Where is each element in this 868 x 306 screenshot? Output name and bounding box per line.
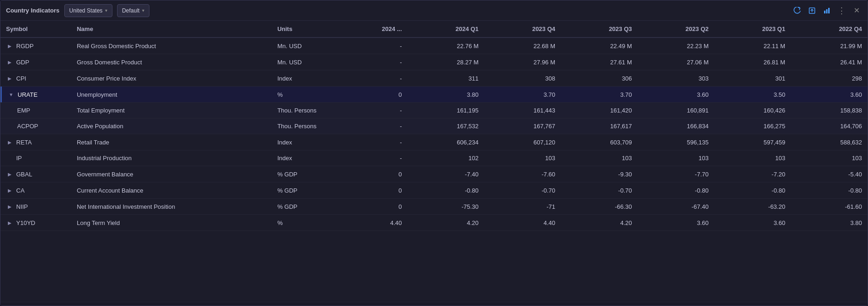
cell-2024-current: - bbox=[348, 37, 407, 54]
cell-data-3: -67.40 bbox=[638, 199, 714, 215]
cell-data-2: 22.49 M bbox=[561, 37, 638, 54]
cell-symbol: ▶Y10YD bbox=[0, 215, 71, 231]
symbol-text: URATE bbox=[18, 91, 37, 98]
cell-data-2: 4.20 bbox=[561, 215, 638, 231]
cell-name: Government Balance bbox=[71, 166, 272, 182]
export-icon[interactable] bbox=[806, 5, 818, 16]
col-header-name: Name bbox=[71, 21, 272, 37]
country-indicators-panel: Country Indicators United States ▾ Defau… bbox=[0, 0, 868, 306]
expand-btn[interactable]: ▶ bbox=[6, 138, 13, 146]
table-row[interactable]: ▶GBALGovernment Balance% GDP0-7.40-7.60-… bbox=[0, 166, 868, 182]
table-row[interactable]: EMPTotal EmploymentThou. Persons-161,195… bbox=[0, 103, 868, 119]
table-row[interactable]: IPIndustrial ProductionIndex-10210310310… bbox=[0, 150, 868, 166]
cell-symbol: ▶NIIP bbox=[0, 199, 71, 214]
expand-btn[interactable]: ▶ bbox=[6, 170, 13, 178]
cell-data-4: -7.20 bbox=[714, 166, 791, 182]
symbol-text: ACPOP bbox=[17, 123, 38, 130]
cell-units: Index bbox=[272, 150, 348, 166]
cell-data-4: 301 bbox=[714, 70, 791, 87]
cell-data-0: -0.80 bbox=[408, 182, 484, 199]
country-dropdown[interactable]: United States ▾ bbox=[64, 4, 112, 17]
cell-data-1: 607,120 bbox=[484, 134, 561, 150]
cell-data-4: 166,275 bbox=[714, 119, 791, 134]
symbol-text: RETA bbox=[16, 139, 32, 146]
table-row[interactable]: ▶CACurrent Account Balance% GDP0-0.80-0.… bbox=[0, 182, 868, 199]
cell-data-2: 103 bbox=[561, 150, 638, 166]
cell-data-2: -9.30 bbox=[561, 166, 638, 182]
cell-name: Long Term Yield bbox=[71, 215, 272, 231]
cell-data-0: 606,234 bbox=[408, 134, 484, 150]
cell-data-5: -5.40 bbox=[791, 166, 868, 182]
cell-data-0: 161,195 bbox=[408, 103, 484, 119]
table-row[interactable]: ▶RGDPReal Gross Domestic ProductMn. USD-… bbox=[0, 37, 868, 54]
cell-2024-current: - bbox=[348, 103, 407, 119]
cell-data-1: 103 bbox=[484, 150, 561, 166]
cell-data-4: 22.11 M bbox=[714, 37, 791, 54]
table-row[interactable]: ▶RETARetail TradeIndex-606,234607,120603… bbox=[0, 134, 868, 150]
cell-data-2: 306 bbox=[561, 70, 638, 87]
table-row[interactable]: ▼URATEUnemployment%03.803.703.703.603.50… bbox=[0, 87, 868, 103]
expand-btn[interactable]: ▶ bbox=[6, 203, 13, 210]
cell-2024-current: 0 bbox=[348, 199, 407, 215]
cell-data-5: 26.41 M bbox=[791, 54, 868, 70]
cell-units: Index bbox=[272, 70, 348, 87]
cell-data-3: 103 bbox=[638, 150, 714, 166]
panel-title: Country Indicators bbox=[6, 7, 60, 14]
expand-btn[interactable]: ▶ bbox=[6, 58, 13, 66]
cell-data-3: 27.06 M bbox=[638, 54, 714, 70]
more-options-icon[interactable]: ⋮ bbox=[836, 5, 847, 16]
default-chevron-icon: ▾ bbox=[142, 8, 144, 13]
table-row[interactable]: ▶NIIPNet International Investment Positi… bbox=[0, 199, 868, 215]
cell-symbol: ACPOP bbox=[0, 119, 71, 134]
collapse-btn[interactable]: ▼ bbox=[7, 91, 15, 98]
col-header-2022q4: 2022 Q4 bbox=[791, 21, 868, 37]
cell-name: Industrial Production bbox=[71, 150, 272, 166]
cell-data-1: -7.60 bbox=[484, 166, 561, 182]
data-table-wrapper[interactable]: Symbol Name Units 2024 ... 2024 Q1 bbox=[0, 21, 868, 302]
cell-data-4: 597,459 bbox=[714, 134, 791, 150]
expand-btn[interactable]: ▶ bbox=[6, 187, 13, 194]
cell-data-5: 298 bbox=[791, 70, 868, 87]
cell-data-4: -0.80 bbox=[714, 182, 791, 199]
expand-btn[interactable]: ▶ bbox=[6, 219, 13, 226]
cell-units: Mn. USD bbox=[272, 37, 348, 54]
cell-data-1: 167,767 bbox=[484, 119, 561, 134]
table-row[interactable]: ▶GDPGross Domestic ProductMn. USD-28.27 … bbox=[0, 54, 868, 70]
cell-2024-current: 0 bbox=[348, 87, 407, 103]
cell-name: Current Account Balance bbox=[71, 182, 272, 199]
cell-name: Retail Trade bbox=[71, 134, 272, 150]
default-label: Default bbox=[122, 7, 140, 14]
cell-data-5: 3.60 bbox=[791, 87, 868, 103]
cell-data-3: 166,834 bbox=[638, 119, 714, 134]
cell-data-4: 3.50 bbox=[714, 87, 791, 103]
cell-data-1: 308 bbox=[484, 70, 561, 87]
symbol-text: CA bbox=[16, 187, 25, 194]
cell-units: % GDP bbox=[272, 199, 348, 215]
chart-icon[interactable] bbox=[821, 5, 832, 16]
cell-2024-current: - bbox=[348, 70, 407, 87]
bottom-scrollbar-area[interactable] bbox=[0, 302, 868, 306]
table-row[interactable]: ▶Y10YDLong Term Yield%4.404.204.404.203.… bbox=[0, 215, 868, 231]
symbol-text: NIIP bbox=[16, 203, 28, 210]
cell-units: Thou. Persons bbox=[272, 119, 348, 134]
col-header-2023q4: 2023 Q4 bbox=[484, 21, 561, 37]
expand-btn[interactable]: ▶ bbox=[6, 75, 13, 82]
refresh-icon[interactable] bbox=[792, 5, 803, 16]
cell-data-0: -7.40 bbox=[408, 166, 484, 182]
table-row[interactable]: ▶CPIConsumer Price IndexIndex-3113083063… bbox=[0, 70, 868, 87]
default-dropdown[interactable]: Default ▾ bbox=[117, 4, 149, 17]
cell-symbol: ▶RGDP bbox=[0, 38, 71, 54]
close-button[interactable]: ✕ bbox=[851, 5, 862, 16]
cell-data-3: 22.23 M bbox=[638, 37, 714, 54]
cell-data-4: 160,426 bbox=[714, 103, 791, 119]
cell-data-1: 27.96 M bbox=[484, 54, 561, 70]
table-row[interactable]: ACPOPActive PopulationThou. Persons-167,… bbox=[0, 119, 868, 134]
expand-btn[interactable]: ▶ bbox=[6, 42, 13, 50]
cell-data-4: 103 bbox=[714, 150, 791, 166]
symbol-text: IP bbox=[16, 155, 22, 162]
cell-2024-current: 0 bbox=[348, 182, 407, 199]
cell-data-2: 3.70 bbox=[561, 87, 638, 103]
cell-data-2: -66.30 bbox=[561, 199, 638, 215]
cell-data-1: -0.70 bbox=[484, 182, 561, 199]
cell-data-3: 160,891 bbox=[638, 103, 714, 119]
